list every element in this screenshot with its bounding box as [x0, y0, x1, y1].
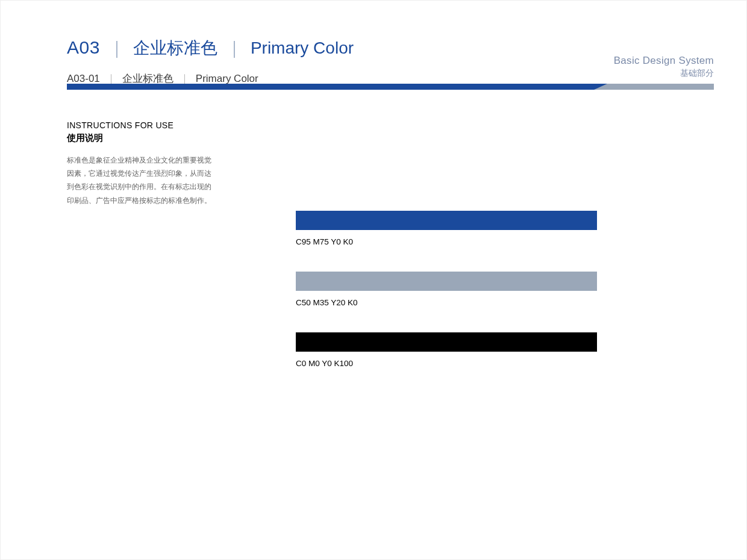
header-divider [67, 84, 714, 90]
section-code: A03 [67, 37, 100, 58]
instructions-body: 标准色是象征企业精神及企业文化的重要视觉因素，它通过视觉传达产生强烈印象，从而达… [67, 154, 211, 207]
system-label-cn: 基础部分 [614, 68, 714, 79]
separator: ｜ [108, 37, 125, 60]
subsection-code: A03-01 [67, 73, 100, 85]
color-swatch-label: C95 M75 Y0 K0 [296, 237, 597, 246]
separator: ｜ [226, 37, 242, 60]
color-swatch-gray [296, 272, 597, 291]
color-swatch-black [296, 332, 597, 352]
divider-gray-segment [607, 84, 714, 90]
color-swatch-label: C50 M35 Y20 K0 [296, 298, 597, 307]
system-label: Basic Design System 基础部分 [614, 55, 714, 79]
section-title-cn: 企业标准色 [133, 37, 217, 60]
system-label-en: Basic Design System [614, 55, 714, 67]
color-swatch-primary-blue [296, 211, 597, 230]
divider-blue-segment [67, 84, 617, 90]
instructions-heading-en: INSTRUCTIONS FOR USE [67, 120, 223, 130]
color-swatch-label: C0 M0 Y0 K100 [296, 359, 597, 368]
color-swatches: C95 M75 Y0 K0 C50 M35 Y20 K0 C0 M0 Y0 K1… [296, 211, 597, 368]
instructions-heading-cn: 使用说明 [67, 132, 223, 144]
section-title-en: Primary Color [251, 39, 354, 58]
subsection-title-en: Primary Color [196, 73, 258, 85]
